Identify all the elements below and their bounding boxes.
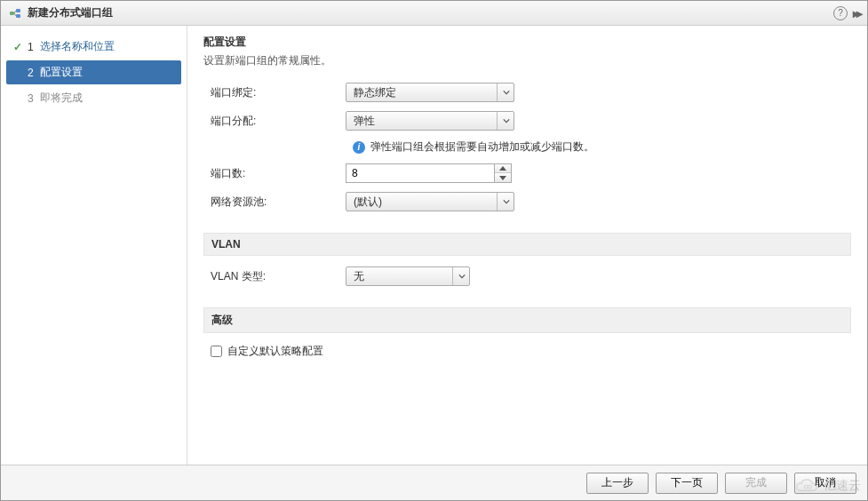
step-number: 3 [28, 92, 40, 105]
step-label: 选择名称和位置 [40, 39, 174, 54]
content-pane: 配置设置 设置新端口组的常规属性。 端口绑定: 静态绑定 端口分配: 弹性 [187, 26, 867, 465]
chevron-down-icon [452, 267, 466, 285]
dialog-body: ✓ 1 选择名称和位置 2 配置设置 3 即将完成 配置设置 设置新端口组的常规… [1, 26, 867, 465]
port-binding-dropdown[interactable]: 静态绑定 [346, 83, 514, 102]
network-pool-label: 网络资源池: [203, 195, 346, 210]
cloud-icon [795, 478, 820, 494]
titlebar: 新建分布式端口组 ? ▸▸ [1, 1, 867, 26]
spinner-down-button[interactable] [495, 173, 511, 182]
svg-rect-2 [16, 14, 20, 18]
chevron-down-icon [497, 112, 510, 130]
row-custom-policy: 自定义默认策略配置 [211, 344, 851, 359]
dropdown-value: (默认) [354, 195, 382, 210]
vlan-header: VLAN [203, 233, 851, 256]
dialog-window: 新建分布式端口组 ? ▸▸ ✓ 1 选择名称和位置 2 配置设置 3 即将完成 [0, 0, 868, 501]
port-allocation-label: 端口分配: [203, 114, 346, 129]
dialog-title: 新建分布式端口组 [28, 5, 833, 20]
info-message: i 弹性端口组会根据需要自动增加或减少端口数。 [353, 139, 851, 155]
step-label: 配置设置 [40, 65, 174, 80]
port-allocation-dropdown[interactable]: 弹性 [346, 111, 514, 131]
vlan-type-label: VLAN 类型: [203, 269, 346, 284]
wizard-steps-sidebar: ✓ 1 选择名称和位置 2 配置设置 3 即将完成 [1, 26, 187, 465]
row-port-allocation: 端口分配: 弹性 [203, 111, 851, 131]
step-ready-complete[interactable]: 3 即将完成 [6, 86, 181, 110]
watermark-text: 亿速云 [824, 478, 861, 494]
step-select-name-location[interactable]: ✓ 1 选择名称和位置 [6, 35, 181, 59]
custom-policy-label: 自定义默认策略配置 [227, 344, 323, 359]
svg-point-6 [808, 485, 812, 489]
port-count-input[interactable] [346, 163, 495, 183]
network-pool-dropdown[interactable]: (默认) [346, 192, 514, 211]
chevron-down-icon [497, 84, 510, 101]
section-description: 设置新端口组的常规属性。 [203, 53, 851, 68]
step-number: 1 [28, 41, 40, 53]
port-binding-label: 端口绑定: [203, 85, 346, 100]
svg-line-4 [14, 13, 16, 16]
svg-point-5 [804, 485, 808, 489]
row-vlan-type: VLAN 类型: 无 [203, 266, 851, 286]
advanced-header: 高级 [203, 307, 851, 333]
vlan-type-dropdown[interactable]: 无 [346, 266, 470, 286]
titlebar-actions: ? ▸▸ [833, 6, 860, 20]
next-button[interactable]: 下一页 [656, 473, 718, 494]
svg-rect-0 [10, 12, 14, 15]
step-configure-settings[interactable]: 2 配置设置 [6, 60, 181, 84]
help-icon[interactable]: ? [833, 6, 848, 20]
row-port-binding: 端口绑定: 静态绑定 [203, 83, 851, 102]
step-label: 即将完成 [40, 91, 174, 106]
row-network-resource-pool: 网络资源池: (默认) [203, 192, 851, 211]
dropdown-value: 静态绑定 [354, 85, 396, 100]
spinner-up-button[interactable] [495, 164, 511, 173]
expand-icon[interactable]: ▸▸ [853, 6, 860, 20]
svg-line-3 [14, 11, 16, 13]
dropdown-value: 弹性 [354, 114, 375, 129]
row-port-count: 端口数: [203, 163, 851, 183]
svg-rect-1 [16, 9, 20, 12]
watermark: 亿速云 [795, 478, 861, 494]
finish-button[interactable]: 完成 [725, 473, 787, 494]
port-count-spinner [346, 163, 512, 183]
dropdown-value: 无 [354, 269, 364, 284]
chevron-down-icon [497, 193, 510, 211]
step-number: 2 [28, 67, 40, 79]
info-icon: i [353, 141, 365, 154]
app-icon [8, 6, 22, 20]
info-text: 弹性端口组会根据需要自动增加或减少端口数。 [370, 139, 594, 155]
back-button[interactable]: 上一步 [586, 473, 649, 494]
dialog-footer: 上一步 下一页 完成 取消 [1, 465, 867, 500]
section-title: 配置设置 [203, 35, 851, 50]
custom-policy-checkbox[interactable] [211, 346, 222, 357]
port-count-label: 端口数: [203, 166, 346, 181]
check-icon: ✓ [13, 41, 28, 53]
